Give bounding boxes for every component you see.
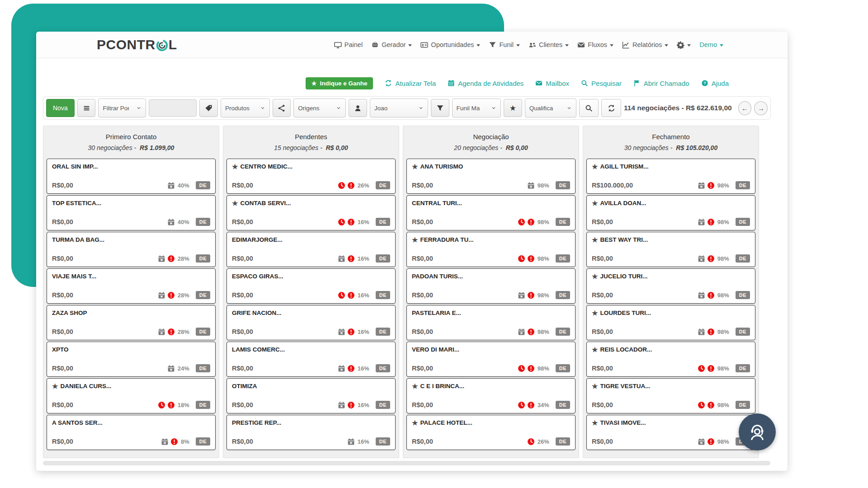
- deal-card[interactable]: TOP ESTETICA...R$0,0040%DE: [47, 195, 216, 230]
- deal-card[interactable]: ★LOURDES TURI...R$0,0098%DE: [586, 305, 755, 340]
- deal-card[interactable]: GRIFE NACION...R$0,0016%DE: [226, 305, 396, 340]
- nav-item-gerador[interactable]: Gerador: [371, 41, 412, 49]
- deal-card[interactable]: ★JUCELIO TURI...R$0,0098%DE: [586, 268, 755, 304]
- nav-item-fluxos[interactable]: Fluxos: [577, 41, 613, 49]
- deal-value: R$0,00: [52, 218, 165, 225]
- deal-card[interactable]: ★REIS LOCADOR...R$0,0098%DE: [586, 342, 755, 377]
- user-filter-button[interactable]: [349, 99, 367, 117]
- deal-name: TIVASI IMOVE...: [600, 419, 646, 426]
- owner-badge: DE: [196, 437, 210, 446]
- tags-filter-button[interactable]: [199, 99, 218, 117]
- new-deal-button[interactable]: Nova: [46, 99, 75, 117]
- column-header: Pendentes 15 negociações - R$ 0,00: [223, 126, 399, 156]
- deal-name: EDIMARJORGE...: [232, 236, 283, 243]
- deal-name: TIGRE VESTUA...: [600, 383, 650, 389]
- deal-card[interactable]: CENTRAL TURI...R$0,0098%DE: [406, 195, 576, 230]
- deal-card[interactable]: ★C E I BRINCA...R$0,0034%DE: [406, 378, 576, 413]
- action-link-pesquisar[interactable]: Pesquisar: [581, 80, 622, 87]
- chevron-down-icon: [260, 105, 265, 111]
- deal-card[interactable]: ★PALACE HOTEL...R$0,0026%DE: [406, 415, 576, 450]
- search-term-input[interactable]: [149, 99, 197, 117]
- chevron-down-icon: [565, 44, 569, 47]
- action-link-ajuda[interactable]: ?Ajuda: [701, 80, 729, 87]
- deal-card[interactable]: OTIMIZAR$0,0016%DE: [226, 378, 396, 413]
- action-link-abrir-chamado[interactable]: Abrir Chamado: [633, 80, 689, 87]
- deal-card[interactable]: ★BEST WAY TRI...R$0,0098%DE: [586, 232, 755, 267]
- nav-item-relatorios[interactable]: Relatórios: [622, 41, 668, 49]
- deal-card[interactable]: ZAZA SHOPR$0,0028%DE: [47, 305, 216, 340]
- clock-icon: [698, 401, 705, 409]
- funnel-select[interactable]: Funil Ma: [452, 99, 501, 117]
- deal-card[interactable]: PRESTIGE REP...R$0,0016%DE: [226, 415, 396, 450]
- deal-card[interactable]: ★TIGRE VESTUA...R$0,0098%DE: [586, 378, 755, 413]
- probability-percent: 26%: [358, 182, 369, 189]
- mail-icon: [535, 80, 542, 87]
- owner-badge: DE: [736, 401, 750, 409]
- deal-meta-row: R$0,0098%DE: [412, 364, 570, 372]
- support-chat-button[interactable]: [739, 413, 776, 450]
- nav-item-funil[interactable]: Funil: [489, 41, 519, 49]
- horizontal-scrollbar[interactable]: [43, 461, 770, 465]
- deal-card[interactable]: ★FERRADURA TU...R$0,0098%DE: [406, 232, 576, 267]
- clock-icon: [518, 401, 525, 409]
- brand-logo[interactable]: PCONTR L: [97, 37, 177, 52]
- deal-title-row: GRIFE NACION...: [232, 310, 390, 316]
- deal-card[interactable]: ★AGILL TURISM...R$100.000,0098%DE: [586, 159, 755, 194]
- deal-card[interactable]: VERO DI MARI...R$0,0098%DE: [406, 342, 576, 377]
- deal-card[interactable]: ★CENTRO MEDIC...R$0,0026%DE: [226, 159, 396, 194]
- deal-card[interactable]: ORAL SIN IMP...R$0,0040%DE: [47, 159, 216, 194]
- deal-card[interactable]: ★CONTAB SERVI...R$0,0016%DE: [226, 195, 396, 230]
- deal-card[interactable]: ESPACO GIRAS...R$0,0016%DE: [226, 268, 396, 304]
- search-button[interactable]: [579, 99, 599, 117]
- action-link-agenda-de-atividades[interactable]: Agenda de Atividades: [448, 80, 524, 87]
- deal-meta-row: R$0,008%DE: [52, 437, 210, 446]
- deal-meta-row: R$0,0028%DE: [52, 291, 210, 299]
- deal-card[interactable]: ★TIVASI IMOVE...R$0,0098%DE: [586, 415, 755, 450]
- deal-meta-row: R$0,0098%DE: [592, 291, 750, 299]
- deal-value: R$0,00: [592, 218, 696, 225]
- deal-card[interactable]: EDIMARJORGE...R$0,0016%DE: [226, 232, 396, 267]
- deal-card[interactable]: LAMIS COMERC...R$0,0016%DE: [226, 342, 396, 377]
- deal-name: PADOAN TURIS...: [412, 273, 463, 280]
- deal-card[interactable]: PADOAN TURIS...R$0,0098%DE: [406, 268, 576, 304]
- deal-card[interactable]: TURMA DA BAG...R$0,0028%DE: [47, 232, 216, 267]
- next-page-button[interactable]: →: [754, 101, 768, 115]
- deal-name: GRIFE NACION...: [232, 310, 282, 316]
- nav-item-demo[interactable]: Demo: [699, 41, 723, 48]
- deal-card[interactable]: ★ANA TURISMOR$0,0098%DE: [406, 159, 576, 194]
- share-origins-button[interactable]: [273, 99, 291, 117]
- logo-swirl-icon: [156, 39, 168, 52]
- menu-toggle-button[interactable]: [77, 99, 96, 117]
- qualification-filter-button[interactable]: ★: [504, 99, 522, 117]
- nav-item-oportunidades[interactable]: Oportunidades: [420, 41, 480, 49]
- action-link-atualizar-tela[interactable]: Atualizar Tela: [385, 80, 436, 87]
- nav-item-clientes[interactable]: Clientes: [528, 41, 569, 49]
- deal-card[interactable]: ★DANIELA CURS...R$0,0018%DE: [47, 378, 216, 413]
- deal-card[interactable]: A SANTOS SER...R$0,008%DE: [47, 415, 216, 450]
- chevron-down-icon: [665, 44, 668, 47]
- deal-card[interactable]: VIAJE MAIS T...R$0,0028%DE: [47, 268, 216, 304]
- refresh-button[interactable]: [601, 99, 621, 117]
- funnel-filter-button[interactable]: [431, 99, 449, 117]
- indique-e-ganhe-button[interactable]: ★ Indique e Ganhe: [306, 77, 373, 89]
- filter-by-select[interactable]: Filtrar Por: [98, 99, 146, 117]
- alert-icon: [527, 401, 535, 409]
- nav-item-label: Clientes: [539, 41, 562, 48]
- page: PCONTR L PainelGeradorOportunidadesFunil…: [0, 0, 868, 488]
- nav-item-painel[interactable]: Painel: [334, 41, 363, 49]
- products-select[interactable]: Produtos: [221, 99, 270, 117]
- action-link-mailbox[interactable]: Mailbox: [535, 80, 569, 87]
- gear-icon: [677, 41, 684, 49]
- clock-icon: [518, 218, 525, 226]
- deal-card[interactable]: PASTELARIA E...R$0,0098%DE: [406, 305, 576, 340]
- user-select[interactable]: Joao: [370, 99, 428, 117]
- deal-title-row: PADOAN TURIS...: [412, 273, 570, 280]
- qualification-select[interactable]: Qualifica: [525, 99, 576, 117]
- origins-select[interactable]: Origens: [293, 99, 346, 117]
- deal-card[interactable]: XPTOR$0,0024%DE: [47, 342, 216, 377]
- deal-card[interactable]: ★AVILLA DOAN...R$0,0098%DE: [586, 195, 755, 230]
- probability-percent: 16%: [358, 438, 369, 445]
- nav-item-configuracoes[interactable]: [677, 41, 691, 49]
- deal-title-row: OTIMIZA: [232, 383, 390, 389]
- prev-page-button[interactable]: ←: [738, 101, 752, 115]
